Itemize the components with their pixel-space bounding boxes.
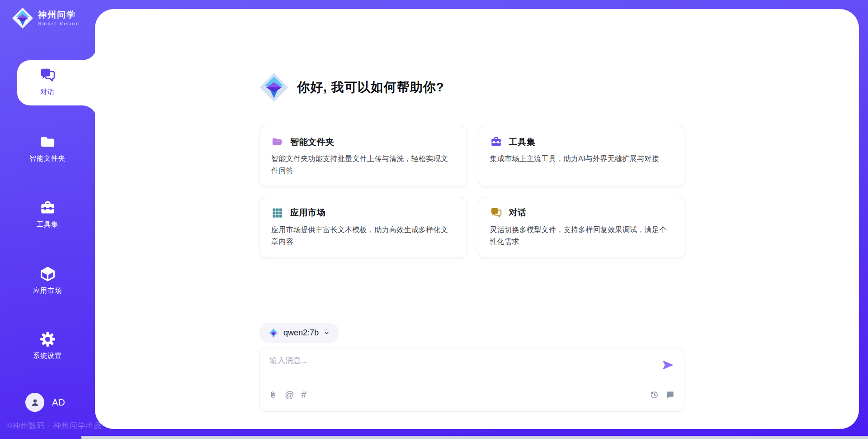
chevron-down-icon <box>323 329 330 336</box>
mention-button[interactable]: @ <box>285 390 294 399</box>
sidebar-item-chat[interactable]: 对话 <box>0 67 95 96</box>
history-icon <box>650 390 659 400</box>
greeting-title: 你好, 我可以如何帮助你? <box>297 79 444 96</box>
message-composer: @ # <box>259 348 684 412</box>
person-icon <box>30 397 40 408</box>
card-chat[interactable]: 对话 灵活切换多模型文件，支持多样回复效果调试，满足个性化需求 <box>478 197 686 258</box>
folder-open-icon <box>271 136 283 148</box>
avatar <box>25 393 44 412</box>
model-name: qwen2:7b <box>283 328 319 338</box>
toolbox-icon <box>490 136 502 148</box>
card-app-market[interactable]: 应用市场 应用市场提供丰富长文本模板，助力高效生成多样化文章内容 <box>259 197 467 258</box>
send-button[interactable] <box>662 359 674 371</box>
sidebar-item-app-market[interactable]: 应用市场 <box>0 266 95 295</box>
card-description: 灵活切换多模型文件，支持多样回复效果调试，满足个性化需求 <box>490 224 674 248</box>
card-description: 智能文件夹功能支持批量文件上传与清洗，轻松实现文件问答 <box>271 153 455 177</box>
sidebar-item-smart-folder[interactable]: 智能文件夹 <box>0 134 95 163</box>
card-toolset[interactable]: 工具集 集成市场上主流工具，助力AI与外界无缝扩展与对接 <box>478 126 686 187</box>
card-title: 对话 <box>509 207 527 219</box>
folder-icon <box>39 134 56 150</box>
sidebar-item-smart-folder-label: 智能文件夹 <box>0 154 95 163</box>
user-account[interactable]: AD <box>25 393 66 412</box>
brand-diamond-icon <box>12 7 33 29</box>
toolbox-icon <box>39 200 56 216</box>
cube-icon <box>39 266 56 282</box>
sidebar-item-toolset[interactable]: 工具集 <box>0 200 95 229</box>
composer-divider <box>259 384 684 384</box>
sidebar-item-settings[interactable]: 系统设置 <box>0 331 95 360</box>
hashtag-button[interactable]: # <box>301 390 306 399</box>
card-smart-folder[interactable]: 智能文件夹 智能文件夹功能支持批量文件上传与清洗，轻松实现文件问答 <box>259 126 467 187</box>
paperclip-icon <box>269 390 278 399</box>
main-panel: 你好, 我可以如何帮助你? 智能文件夹 智能文件夹功能支持批量文件上传与清洗，轻… <box>95 9 859 429</box>
sidebar-item-settings-label: 系统设置 <box>0 352 95 360</box>
assistant-diamond-icon <box>259 72 289 102</box>
copyright-footer: ©神州数码 · 神州问学出品 <box>6 420 102 431</box>
chat-icon <box>490 207 502 219</box>
brand-tagline: Smart Vision <box>38 21 80 26</box>
model-selector[interactable]: qwen2:7b <box>259 323 339 343</box>
feature-cards: 智能文件夹 智能文件夹功能支持批量文件上传与清洗，轻松实现文件问答 工具集 集成… <box>259 126 685 258</box>
attach-file-button[interactable] <box>269 390 278 399</box>
user-initials: AD <box>52 397 66 408</box>
brand-name: 神州问学 <box>38 10 80 20</box>
message-input[interactable] <box>269 355 645 381</box>
sidebar-item-chat-label: 对话 <box>0 88 95 96</box>
greeting: 你好, 我可以如何帮助你? <box>259 72 444 102</box>
comment-button[interactable] <box>665 390 675 400</box>
send-icon <box>662 359 674 371</box>
card-title: 智能文件夹 <box>290 136 335 148</box>
comment-icon <box>665 390 675 400</box>
chat-icon <box>39 67 56 84</box>
bottom-edge-strip <box>81 436 868 439</box>
gear-icon <box>39 331 56 348</box>
sidebar-item-toolset-label: 工具集 <box>0 220 95 229</box>
card-title: 工具集 <box>509 136 536 148</box>
card-description: 集成市场上主流工具，助力AI与外界无缝扩展与对接 <box>490 153 674 165</box>
card-description: 应用市场提供丰富长文本模板，助力高效生成多样化文章内容 <box>271 224 455 248</box>
model-diamond-icon <box>268 328 279 339</box>
grid-icon <box>271 207 283 219</box>
history-button[interactable] <box>650 390 659 400</box>
sidebar-item-app-market-label: 应用市场 <box>0 286 95 295</box>
brand-logo: 神州问学 Smart Vision <box>12 7 80 29</box>
card-title: 应用市场 <box>290 207 326 219</box>
